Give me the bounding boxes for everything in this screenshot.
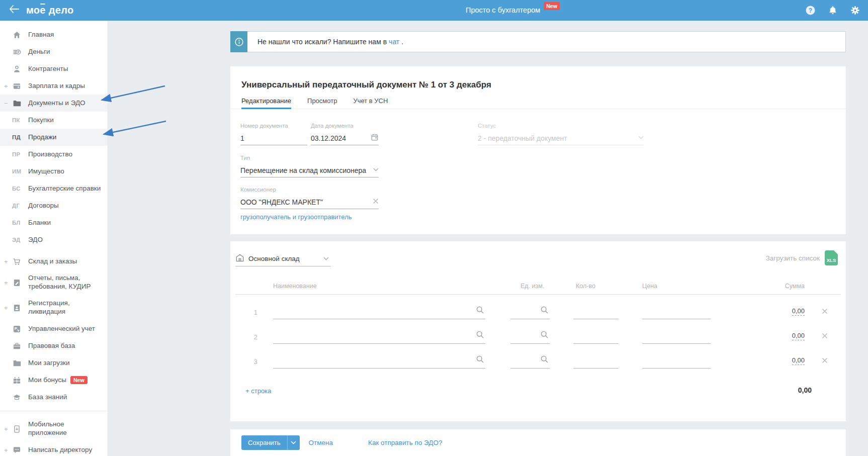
search-icon[interactable]: [540, 306, 549, 316]
item-sum: 0,00: [773, 306, 805, 315]
sidebar-item-pravovaya-baza[interactable]: Правовая база: [0, 337, 108, 354]
table-header: Наименование Ед. изм. Кол-во Цена Сумма: [230, 283, 846, 295]
arrow-to-dokumenty: [102, 86, 165, 100]
item-price-input[interactable]: [642, 353, 711, 369]
sidebar-item-moi-bonusy[interactable]: Мои бонусы New: [0, 372, 108, 389]
cart-icon: [12, 257, 21, 266]
table-header-divider: [235, 294, 841, 295]
sidebar-item-prodazhi[interactable]: ПД Продажи: [0, 129, 108, 146]
sidebar-item-napisat-direktoru[interactable]: + Написать директору: [0, 441, 108, 456]
delete-row-icon[interactable]: [822, 308, 828, 314]
tab-uchet-v-usn[interactable]: Учет в УСН: [353, 93, 388, 109]
item-qty-input[interactable]: [573, 328, 619, 344]
sidebar-item-proizvodstvo[interactable]: ПР Производство: [0, 146, 108, 163]
page-title: Универсальный передаточный документ № 1 …: [241, 80, 491, 90]
svg-text:Р: Р: [14, 326, 17, 330]
edo-help-link[interactable]: Как отправить по ЭДО?: [368, 439, 442, 446]
save-options-chevron-icon[interactable]: [287, 435, 300, 450]
save-button[interactable]: Сохранить: [241, 435, 287, 450]
item-name-input[interactable]: [273, 328, 485, 344]
item-qty-input[interactable]: [573, 304, 619, 319]
document-type-select[interactable]: Перемещение на склад комиссионера: [240, 163, 379, 177]
item-unit-input[interactable]: [510, 353, 550, 369]
chat-link[interactable]: чат: [389, 38, 399, 46]
sidebar-item-pokupki[interactable]: ПК Покупки: [0, 112, 108, 129]
sidebar-item-sklad-i-zakazy[interactable]: + Склад и заказы: [0, 253, 108, 270]
search-icon[interactable]: [476, 355, 484, 366]
item-name-input[interactable]: [273, 353, 485, 369]
tab-redaktirovanie[interactable]: Редактирование: [241, 93, 291, 109]
sidebar-item-buh-spravki[interactable]: БС Бухгалтерские справки: [0, 180, 108, 197]
warehouse-select[interactable]: Основной склад: [235, 251, 331, 266]
chevron-down-icon[interactable]: [373, 168, 379, 171]
back-button[interactable]: [9, 5, 19, 15]
sidebar-item-kontragenty[interactable]: Контрагенты: [0, 60, 108, 77]
help-icon[interactable]: ?: [806, 6, 815, 15]
sidebar-item-dogovory[interactable]: ДГ Договоры: [0, 197, 108, 214]
expand-plus-icon[interactable]: +: [4, 425, 12, 433]
item-unit-input[interactable]: [510, 304, 550, 319]
document-date-input[interactable]: 03.12.2024: [311, 131, 379, 145]
document-type-field: Тип Перемещение на склад комиссионера: [240, 155, 379, 177]
sidebar-item-imushchestvo[interactable]: ИМ Имущество: [0, 163, 108, 180]
search-icon[interactable]: [540, 330, 549, 341]
expand-plus-icon[interactable]: +: [4, 446, 12, 454]
collapse-minus-icon[interactable]: −: [4, 100, 12, 107]
warehouse-icon: [235, 253, 244, 264]
calendar-icon[interactable]: [371, 133, 379, 141]
item-sum: 0,00: [773, 331, 805, 340]
new-badge: New: [544, 2, 560, 10]
folder-icon: [12, 99, 21, 108]
delete-row-icon[interactable]: [822, 333, 828, 339]
cargo-parties-link[interactable]: грузополучатель и грузоотправитель: [240, 213, 352, 221]
settings-gear-icon[interactable]: [850, 6, 860, 15]
new-badge: New: [70, 376, 88, 384]
footer-actions: Сохранить Отмена Как отправить по ЭДО?: [230, 429, 846, 456]
sidebar-divider: [0, 411, 108, 411]
sidebar-item-registratsiya[interactable]: + Регистрация, ликвидация: [0, 295, 108, 320]
commissioner-input[interactable]: ООО "ЯНДЕКС МАРКЕТ": [240, 195, 379, 209]
home-icon: [12, 30, 21, 39]
sidebar-item-dengi[interactable]: Деньги: [0, 43, 108, 60]
sidebar-item-mobilnoe-prilozhenie[interactable]: + Мобильное приложение: [0, 416, 108, 441]
table-row: 2 0,00: [230, 329, 846, 344]
expand-plus-icon[interactable]: +: [4, 82, 12, 90]
expand-plus-icon[interactable]: +: [4, 304, 12, 312]
app-logo[interactable]: моедело: [26, 5, 73, 16]
table-row: 1 0,00: [230, 304, 846, 319]
search-icon[interactable]: [476, 330, 484, 341]
sidebar-item-dokumenty-i-edo[interactable]: − Документы и ЭДО: [0, 95, 108, 112]
item-price-input[interactable]: [642, 328, 711, 344]
sidebar-item-glavnaya[interactable]: Главная: [0, 26, 108, 43]
cancel-button[interactable]: Отмена: [309, 439, 333, 446]
item-name-input[interactable]: [273, 304, 485, 319]
promo-banner[interactable]: Просто с бухгалтером New: [466, 0, 560, 20]
downloads-folder-icon: [12, 358, 21, 368]
search-icon[interactable]: [476, 306, 484, 316]
clear-icon[interactable]: [373, 198, 379, 204]
expand-plus-icon[interactable]: +: [4, 279, 12, 287]
upload-list-button[interactable]: Загрузить список XLS: [766, 250, 838, 265]
sidebar: Главная Деньги Контрагенты + Зарплата и …: [0, 20, 108, 456]
document-status-select: 2 - передаточный документ: [478, 131, 644, 145]
expand-plus-icon[interactable]: +: [4, 258, 12, 265]
sidebar-item-otchety[interactable]: + Отчеты, письма, требования, КУДИР: [0, 270, 108, 295]
sidebar-item-upravlencheskiy-uchet[interactable]: Р Управленческий учет: [0, 320, 108, 337]
item-unit-input[interactable]: [510, 328, 550, 344]
document-number-input[interactable]: 1: [240, 131, 307, 145]
search-icon[interactable]: [540, 355, 549, 366]
sidebar-item-blanki[interactable]: БЛ Бланки: [0, 214, 108, 231]
sidebar-item-baza-znaniy[interactable]: База знаний: [0, 389, 108, 406]
item-qty-input[interactable]: [573, 353, 619, 369]
promo-text: Просто с бухгалтером: [466, 6, 540, 14]
registration-icon: [12, 303, 21, 312]
add-row-link[interactable]: + строка: [245, 387, 271, 395]
sidebar-item-edo[interactable]: ЭД ЭДО: [0, 231, 108, 248]
item-price-input[interactable]: [642, 304, 711, 319]
sidebar-item-moi-zagruzki[interactable]: Мои загрузки: [0, 354, 108, 372]
sidebar-item-zarplata-i-kadry[interactable]: + Зарплата и кадры: [0, 77, 108, 95]
delete-row-icon[interactable]: [822, 357, 828, 363]
notifications-bell-icon[interactable]: [828, 6, 837, 15]
column-header-sum: Сумма: [773, 283, 805, 290]
tab-prosmotr[interactable]: Просмотр: [307, 93, 337, 109]
